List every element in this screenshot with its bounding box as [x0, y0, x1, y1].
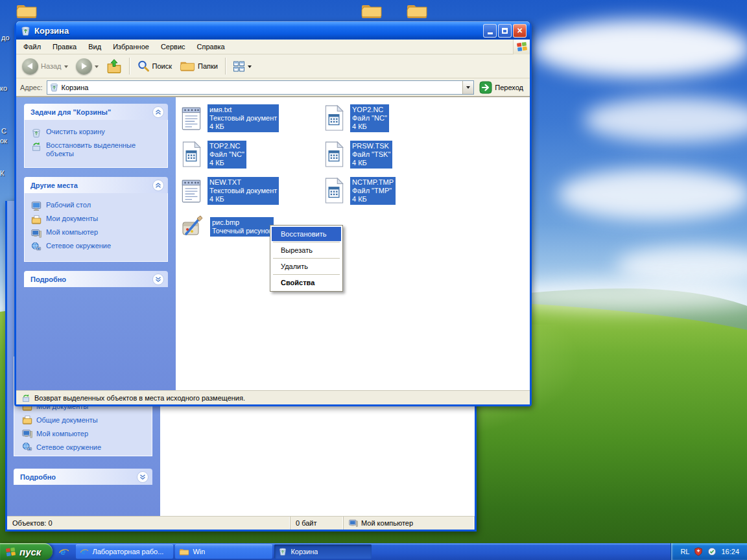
chevron-up-icon[interactable]: [152, 106, 164, 118]
minimize-button[interactable]: [483, 24, 497, 38]
file-name: YOP2.NC: [352, 106, 387, 114]
minimize-icon: [488, 32, 493, 34]
tray-status-icon[interactable]: [707, 547, 717, 556]
back-label: Назад: [41, 62, 62, 70]
taskbar-task-lab-report[interactable]: Лабораторная рабо...: [76, 544, 173, 559]
task-label: Корзина: [290, 548, 318, 555]
sidebar-item-desktop[interactable]: Рабочий стол: [31, 201, 163, 211]
task-label: Лабораторная рабо...: [92, 548, 163, 555]
file-size: 4 КБ: [209, 195, 277, 204]
titlebar[interactable]: Корзина ×: [16, 21, 530, 40]
file-label: TOP2.NC Файл "NC" 4 КБ: [208, 141, 246, 169]
file-name: TOP2.NC: [209, 142, 244, 150]
sidebar-item-network[interactable]: Сетевое окружение: [31, 242, 163, 252]
sidebar-item-my-computer[interactable]: Мой компьютер: [22, 428, 147, 439]
context-menu-restore[interactable]: Восстановить: [272, 227, 341, 241]
folders-button[interactable]: Папки: [176, 58, 221, 74]
restore-items-link[interactable]: Восстановить выделенные объекты: [31, 141, 163, 158]
clock[interactable]: 16:24: [721, 548, 739, 555]
file-label: рис.bmp Точечный рисунок: [210, 217, 274, 237]
status-zone: Мой компьютер: [344, 517, 475, 530]
close-button[interactable]: ×: [513, 24, 527, 38]
tray-shield-icon[interactable]: [694, 547, 703, 556]
recycle-tasks-header[interactable]: Задачи для "Корзины": [24, 104, 168, 120]
up-button[interactable]: [103, 57, 125, 75]
file-tile[interactable]: имя.txt Текстовый документ 4 КБ: [180, 100, 322, 136]
file-label: YOP2.NC Файл "NC" 4 КБ: [350, 104, 389, 132]
sidebar-item-network[interactable]: Сетевое окружение: [22, 442, 147, 452]
context-menu-delete[interactable]: Удалить: [272, 259, 341, 274]
folder-icon: [179, 548, 189, 556]
language-indicator[interactable]: RL: [680, 548, 689, 555]
task-pane-sidebar: Задачи для "Корзины" Очистить корзину Во…: [16, 97, 176, 390]
desktop-folder-icon[interactable]: [16, 2, 38, 20]
task-label: Win: [193, 548, 205, 555]
my-documents-icon: [31, 215, 42, 225]
close-icon: ×: [517, 26, 522, 35]
start-button[interactable]: пуск: [0, 543, 53, 560]
file-tile[interactable]: YOP2.NC Файл "NC" 4 КБ: [322, 100, 465, 136]
file-size: 4 КБ: [352, 122, 387, 131]
menu-tools[interactable]: Сервис: [155, 41, 191, 52]
forward-button[interactable]: [73, 57, 102, 76]
internet-explorer-icon[interactable]: [58, 546, 69, 557]
desktop-icon-label: ок: [0, 137, 7, 145]
empty-recycle-bin-link[interactable]: Очистить корзину: [31, 128, 163, 138]
details-header[interactable]: Подробно: [24, 271, 168, 287]
chevron-down-icon[interactable]: [137, 471, 148, 483]
chevron-up-icon[interactable]: [152, 180, 164, 191]
file-tile[interactable]: NCTMP.TMP Файл "TMP" 4 КБ: [322, 172, 465, 209]
taskbar-task-recycle-bin[interactable]: Корзина: [274, 544, 372, 559]
desktop-folder-icon[interactable]: [361, 2, 383, 20]
menu-favorites[interactable]: Избранное: [107, 41, 155, 52]
other-places-body: Рабочий стол Мои документы Мой компьютер…: [24, 193, 168, 262]
menu-view[interactable]: Вид: [82, 41, 107, 52]
address-combobox[interactable]: Корзина: [47, 80, 475, 95]
restore-icon: [21, 393, 30, 402]
sidebar-item-my-documents[interactable]: Мои документы: [31, 215, 163, 225]
context-menu-cut[interactable]: Вырезать: [272, 243, 341, 257]
windows-logo-icon: [513, 40, 530, 54]
back-icon: [22, 58, 38, 75]
maximize-icon: [502, 28, 508, 34]
file-name: рис.bmp: [212, 218, 272, 227]
place-label: Рабочий стол: [46, 201, 91, 209]
other-places-header[interactable]: Другие места: [24, 177, 168, 193]
context-menu-properties[interactable]: Свойства: [272, 275, 341, 290]
file-name: NEW.TXT: [209, 178, 277, 187]
generic-file-icon: [322, 141, 346, 168]
address-label: Адрес:: [20, 84, 43, 91]
views-button[interactable]: [230, 59, 255, 74]
statusbar: Возврат выделенных объектов в места исхо…: [16, 390, 530, 404]
details-panel-header[interactable]: Подробно: [14, 469, 152, 485]
sidebar-item-label: Сетевое окружение: [36, 443, 101, 451]
taskbar-task-win[interactable]: Win: [175, 544, 272, 559]
internet-explorer-icon: [80, 547, 89, 556]
cloud: [532, 19, 747, 78]
file-size: 4 КБ: [209, 159, 244, 167]
search-button[interactable]: Поиск: [134, 58, 175, 74]
file-tile[interactable]: PRSW.TSK Файл "TSK" 4 КБ: [322, 136, 465, 172]
menu-edit[interactable]: Правка: [47, 41, 82, 52]
sidebar-item-shared-documents[interactable]: Общие документы: [22, 415, 147, 425]
go-button[interactable]: Переход: [479, 81, 526, 94]
file-tile[interactable]: NEW.TXT Текстовый документ 4 КБ: [180, 172, 322, 209]
address-dropdown-button[interactable]: [462, 81, 473, 94]
generic-file-icon: [180, 141, 203, 168]
sidebar-item-my-computer[interactable]: Мой компьютер: [31, 228, 163, 239]
my-computer-icon: [22, 428, 32, 439]
menu-help[interactable]: Справка: [191, 41, 231, 52]
recycle-tasks-body: Очистить корзину Восстановить выделенные…: [24, 120, 168, 168]
file-tile[interactable]: TOP2.NC Файл "NC" 4 КБ: [180, 136, 322, 172]
menu-separator: [273, 242, 340, 242]
back-button[interactable]: Назад: [19, 57, 71, 76]
folders-icon: [180, 60, 195, 73]
file-type: Текстовый документ: [209, 114, 277, 122]
file-size: 4 КБ: [352, 159, 390, 167]
menu-file[interactable]: Файл: [18, 41, 47, 52]
desktop-folder-icon[interactable]: [406, 2, 428, 20]
file-list-area[interactable]: имя.txt Текстовый документ 4 КБ YOP2.NC …: [176, 97, 530, 390]
back-dropdown-icon: [64, 65, 68, 70]
chevron-down-icon[interactable]: [152, 274, 164, 285]
maximize-button[interactable]: [498, 24, 512, 38]
